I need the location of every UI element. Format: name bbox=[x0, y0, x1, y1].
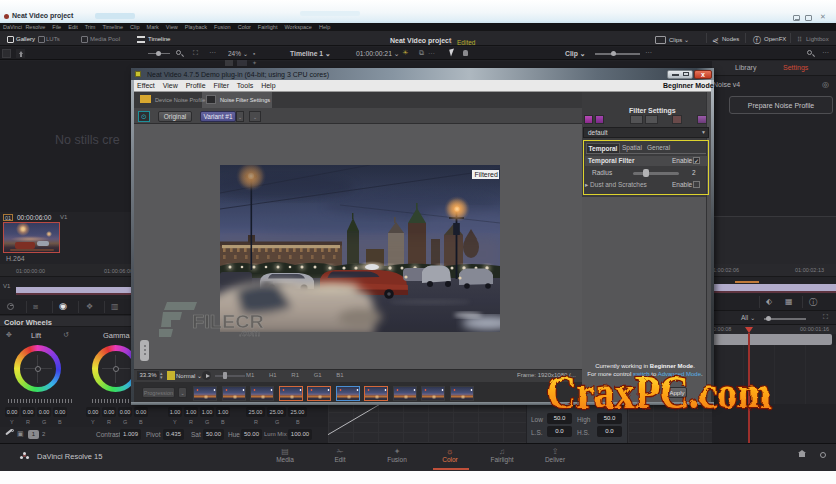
svg-text:CraxPC.com: CraxPC.com bbox=[547, 367, 771, 418]
svg-text:.com: .com bbox=[239, 328, 260, 338]
svg-text:Filtered: Filtered bbox=[475, 171, 498, 178]
